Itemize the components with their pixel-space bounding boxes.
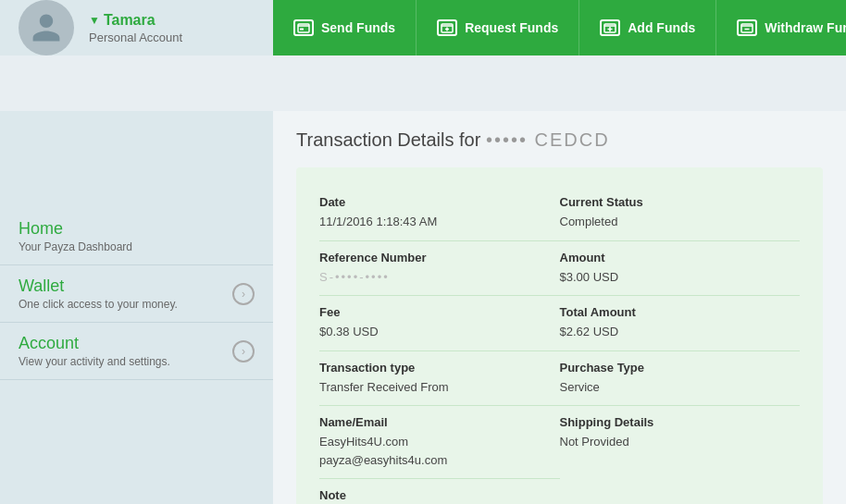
detail-total-amount: Total Amount $2.62 USD (560, 296, 801, 351)
username-label: Tamara (104, 12, 156, 29)
sidebar-item-wallet[interactable]: Wallet One click access to your money. › (0, 265, 273, 323)
sidebar-wallet-subtitle: One click access to your money. (19, 298, 178, 311)
withdraw-funds-icon (737, 19, 757, 36)
detail-shipping: Shipping Details Not Provided (560, 406, 801, 479)
send-funds-icon (293, 19, 314, 36)
detail-grid: Date 11/1/2016 1:18:43 AM Current Status… (319, 186, 800, 504)
sidebar-item-account[interactable]: Account View your activity and settings.… (0, 323, 273, 380)
sidebar-item-home[interactable]: Home Your Payza Dashboard (0, 208, 273, 265)
detail-note: Note Payout from EasyHits4U.com (Usernam… (319, 479, 800, 504)
request-funds-icon (437, 19, 457, 36)
sidebar-home-title: Home (19, 219, 132, 239)
name-email-value: EasyHits4U.com payza@easyhits4u.com (319, 433, 560, 469)
detail-fee: Fee $0.38 USD (319, 296, 560, 351)
page-title: Transaction Details for ••••• CEDCD (296, 129, 823, 151)
avatar (19, 0, 74, 55)
sidebar-account-title: Account (19, 334, 170, 353)
detail-reference-number: Reference Number S-••••-•••• (319, 241, 560, 297)
username-row[interactable]: ▼ Tamara (89, 12, 182, 29)
top-nav: Send Funds Request Funds Add Funds (273, 0, 846, 55)
transaction-card: Date 11/1/2016 1:18:43 AM Current Status… (296, 167, 823, 504)
detail-amount: Amount $3.00 USD (560, 241, 801, 297)
sidebar: Home Your Payza Dashboard Wallet One cli… (0, 111, 273, 504)
dropdown-arrow-icon: ▼ (89, 14, 100, 27)
send-funds-button[interactable]: Send Funds (273, 0, 417, 55)
profile-info: ▼ Tamara Personal Account (89, 12, 182, 44)
detail-name-email: Name/Email EasyHits4U.com payza@easyhits… (319, 406, 560, 479)
sidebar-nav: Home Your Payza Dashboard Wallet One cli… (0, 199, 273, 389)
wallet-chevron-icon: › (232, 283, 255, 305)
detail-date: Date 11/1/2016 1:18:43 AM (319, 186, 560, 241)
sidebar-wallet-title: Wallet (19, 277, 178, 296)
detail-purchase-type: Purchase Type Service (560, 351, 801, 407)
profile-area: ▼ Tamara Personal Account (0, 0, 273, 55)
sidebar-home-subtitle: Your Payza Dashboard (19, 240, 132, 253)
request-funds-button[interactable]: Request Funds (417, 0, 579, 55)
detail-transaction-type: Transaction type Transfer Received From (319, 351, 560, 407)
transaction-id-masked: ••••• CEDCD (486, 129, 610, 150)
add-funds-icon (600, 19, 620, 36)
content-area: Transaction Details for ••••• CEDCD Date… (273, 111, 846, 504)
sidebar-account-subtitle: View your activity and settings. (19, 355, 170, 368)
account-type-label: Personal Account (89, 31, 182, 44)
account-chevron-icon: › (232, 340, 255, 363)
detail-current-status: Current Status Completed (560, 186, 801, 241)
add-funds-button[interactable]: Add Funds (579, 0, 716, 55)
withdraw-funds-button[interactable]: Withdraw Funds (716, 0, 846, 55)
svg-rect-1 (300, 29, 304, 31)
